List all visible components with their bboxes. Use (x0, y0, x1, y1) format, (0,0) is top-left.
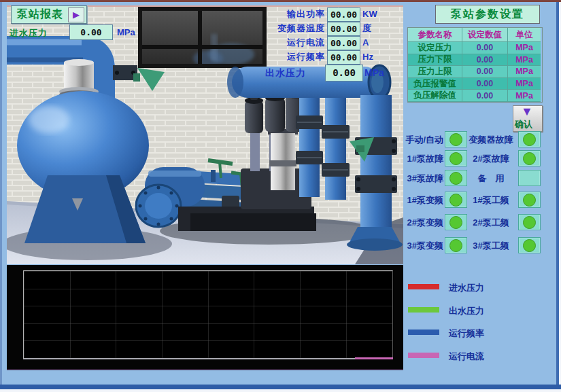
status-label-pump1-mains: 1#泵工频 (465, 194, 517, 207)
vfd-temp-value: 00.00 (327, 22, 360, 36)
setting-row-name: 压力上限 (408, 66, 462, 78)
led-icon (449, 194, 462, 207)
status-label-pump1-vfd: 1#泵变频 (398, 194, 443, 207)
vfd-temp-unit: 度 (362, 22, 371, 35)
indicator-pump1-mains (518, 192, 541, 208)
setting-row-name: 设定压力 (408, 42, 462, 54)
setting-row-name: 负压报警值 (408, 78, 462, 90)
led-icon (449, 172, 462, 185)
indicator-spare (518, 170, 541, 186)
run-freq-label: 运行频率 (230, 50, 325, 64)
led-icon (449, 152, 462, 165)
indicator-vfd-fault (518, 131, 541, 147)
indicator-pump2-mains (518, 214, 541, 230)
inlet-pressure-label: 进水压力 (10, 27, 48, 39)
indicator-pump3-fault (445, 170, 467, 186)
outlet-pressure-unit: MPa (364, 67, 384, 78)
setting-row-unit: MPa (508, 54, 541, 67)
indicator-manual-auto (445, 131, 467, 147)
confirm-arrow-icon: ▼ (521, 105, 533, 119)
setting-row-value[interactable]: 0.00 (462, 42, 508, 54)
legend-swatch-run-current (408, 353, 439, 358)
trend-chart-panel (7, 265, 403, 370)
output-power-label: 输出功率 (230, 7, 325, 21)
legend-swatch-inlet-pressure (408, 284, 439, 289)
status-label-pump3-mains: 3#泵工频 (465, 240, 517, 252)
indicator-pump1-vfd (445, 192, 467, 208)
status-label-pump1-fault: 1#泵故障 (398, 153, 443, 165)
indicator-pump1-fault (445, 150, 467, 166)
indicator-pump3-mains (518, 237, 541, 253)
status-label-pump3-vfd: 3#泵变频 (398, 240, 443, 252)
led-icon (523, 194, 536, 207)
status-label-pump2-mains: 2#泵工频 (465, 217, 517, 229)
setting-row-name: 压力下限 (408, 54, 462, 67)
setting-row-value[interactable]: 0.00 (462, 54, 508, 67)
status-label-pump2-fault: 2#泵故障 (465, 153, 517, 165)
frame-bottom-outer (0, 389, 561, 392)
run-current-trace (355, 357, 393, 359)
legend-label-run-frequency: 运行频率 (449, 327, 484, 340)
setting-row-unit: MPa (508, 78, 541, 90)
vfd-temp-label: 变频器温度 (230, 22, 325, 35)
led-icon (523, 239, 536, 252)
output-power-unit: KW (362, 7, 377, 21)
legend-swatch-outlet-pressure (408, 307, 439, 313)
pressure-tank (17, 91, 149, 243)
legend-label-inlet-pressure: 进水压力 (449, 282, 484, 294)
output-power-value: 00.00 (327, 7, 360, 22)
setting-row-value[interactable]: 0.00 (462, 90, 508, 102)
legend-swatch-run-frequency (408, 329, 439, 335)
setting-row-unit: MPa (508, 90, 541, 102)
confirm-button[interactable]: ▼ 确认 (513, 105, 543, 132)
status-label-pump3-fault: 3#泵故障 (398, 173, 443, 185)
legend-label-run-current: 运行电流 (449, 351, 484, 363)
run-current-label: 运行电流 (230, 36, 325, 50)
run-current-unit: A (362, 36, 369, 50)
led-icon (449, 239, 462, 252)
indicator-pump2-fault (518, 150, 541, 166)
frame-top-edge (0, 0, 561, 2)
report-button-label: 泵站报表 (17, 7, 63, 22)
setting-row-name: 负压解除值 (408, 90, 462, 102)
status-label-vfd-fault: 变频器故障 (465, 134, 517, 146)
hmi-pump-station-screen: 泵站报表 ▶ 进水压力 0.00 MPa 输出功率 00.00 KW 变频器温度… (0, 0, 561, 392)
settings-table: 参数名称 设定数值 单位 设定压力 0.00 MPa 压力下限 0.00 MPa… (407, 27, 543, 103)
settings-col-name: 参数名称 (408, 28, 462, 42)
frame-bottom-edge (0, 385, 561, 389)
led-icon (449, 216, 462, 229)
inlet-pressure-unit: MPa (117, 27, 135, 37)
run-freq-value: 00.00 (327, 50, 360, 65)
setting-row-value[interactable]: 0.00 (462, 78, 508, 90)
run-current-value: 00.00 (327, 36, 360, 50)
settings-panel-title: 泵站参数设置 (435, 5, 540, 24)
settings-col-value: 设定数值 (462, 28, 508, 42)
setting-row-unit: MPa (508, 42, 541, 54)
led-icon (523, 216, 536, 229)
led-icon (523, 133, 536, 146)
led-icon (523, 152, 536, 165)
status-label-pump2-vfd: 2#泵变频 (398, 217, 443, 229)
led-icon (449, 133, 462, 146)
settings-col-unit: 单位 (508, 28, 541, 42)
report-button[interactable]: 泵站报表 ▶ (11, 5, 87, 24)
setting-row-unit: MPa (508, 66, 541, 78)
run-freq-unit: Hz (362, 50, 373, 64)
trend-plot-area (23, 270, 393, 359)
status-label-spare: 备 用 (465, 173, 517, 185)
status-label-manual-auto: 手动/自动 (398, 134, 443, 146)
legend-label-outlet-pressure: 出水压力 (449, 305, 484, 317)
indicator-pump3-vfd (445, 237, 467, 253)
inlet-pressure-value: 0.00 (69, 24, 113, 40)
setting-row-value[interactable]: 0.00 (462, 66, 508, 78)
outlet-pressure-label: 出水压力 (265, 67, 306, 79)
indicator-pump2-vfd (445, 214, 467, 230)
frame-left-edge (0, 2, 2, 389)
outlet-pressure-value: 0.00 (325, 65, 363, 82)
play-icon: ▶ (68, 7, 84, 22)
confirm-button-label: 确认 (515, 118, 532, 130)
